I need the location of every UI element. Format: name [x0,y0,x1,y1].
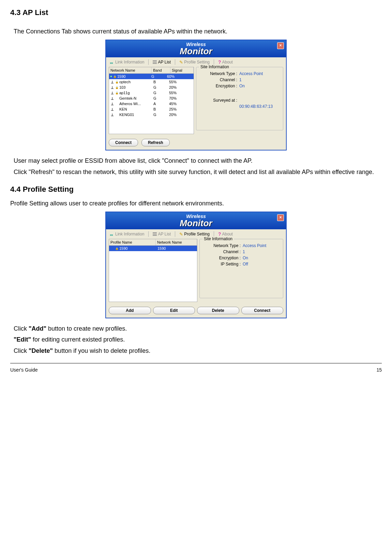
ap-row[interactable]: optechB55% [109,79,194,85]
antenna-icon [110,80,115,84]
delete-button[interactable]: Delete [197,307,239,314]
profile-list-body[interactable]: 15901590 [109,246,197,302]
question-icon [218,59,221,65]
ap-row[interactable]: KENB25% [109,106,194,112]
site-information: Site Information Network Type :Access Po… [199,239,283,298]
text-refresh: Click "Refresh" to rescan the network, t… [14,168,382,176]
wireless-monitor-profile-window: Wireless Monitor × Link Information AP L… [105,212,287,318]
footer: User's Guide 15 [10,366,382,373]
ap-row[interactable]: KENG01G20% [109,112,194,117]
profile-list-header: Profile Name Network Name [109,239,197,246]
signal-icon [110,232,114,236]
pencil-icon [179,232,183,237]
footer-rule [10,363,382,363]
antenna-icon [110,97,115,100]
antenna-icon [110,91,115,95]
lock-icon [115,247,119,250]
tab-link-information[interactable]: Link Information [108,231,146,237]
connect-button[interactable]: Connect [241,307,284,314]
intro-4-4: Profile Setting allows user to create pr… [10,199,382,207]
tab-ap-list[interactable]: AP List [151,59,173,65]
ap-row[interactable]: ap11gG55% [109,90,194,96]
lock-icon [115,91,119,95]
close-icon[interactable]: × [277,214,284,221]
heading-4-3: 4.3 AP List [10,8,382,17]
signal-icon [110,75,112,78]
lock-icon [115,81,119,84]
close-icon[interactable]: × [277,42,284,49]
text-delete: Click "Delete" button if you wish to del… [14,347,382,355]
question-icon [218,231,221,237]
site-information: Site Information Network Type :Access Po… [196,67,283,130]
tab-link-information[interactable]: Link Information [108,59,146,65]
antenna-icon [110,102,115,106]
titlebar: Wireless Monitor × [106,212,286,229]
ap-row[interactable]: Gemtek-NG70% [109,96,194,101]
app-logo: Wireless Monitor [180,42,212,56]
titlebar: Wireless Monitor × [106,40,286,57]
wireless-monitor-aplist-window: Wireless Monitor × Link Information AP L… [105,40,287,150]
ap-row[interactable]: 103G20% [109,85,194,90]
app-logo: Wireless Monitor [180,214,212,228]
lock-icon [112,75,117,78]
lock-icon [115,86,119,89]
add-button[interactable]: Add [109,307,151,314]
text-select-profile: User may select profile or ESSID from ab… [14,157,382,165]
page-number: 15 [376,367,382,373]
pencil-icon [179,60,183,65]
refresh-button[interactable]: Refresh [141,139,170,146]
antenna-icon [110,86,115,89]
tab-ap-list[interactable]: AP List [151,231,173,237]
ap-row[interactable]: 1590G60% [109,74,194,79]
tabs: Link Information AP List Profile Setting… [106,229,286,237]
antenna-icon [110,113,115,117]
profile-row[interactable]: 15901590 [109,246,197,251]
antenna-icon [110,107,115,111]
text-add: Click "Add" button to create new profile… [14,324,382,333]
heading-4-4: 4.4 Profile Setting [10,185,382,194]
tabs: Link Information AP List Profile Setting… [106,57,286,66]
ap-list-body[interactable]: 1590G60% optechB55% 103G20% ap11gG55% Ge… [109,74,194,134]
text-edit: "Edit" for editing current existed profi… [14,335,382,344]
ap-list-header: Network Name Band Signal [109,67,194,74]
footer-guide: User's Guide [10,367,37,373]
ap-row[interactable]: Atheros Wi...A45% [109,101,194,106]
list-icon [153,60,157,64]
connect-button[interactable]: Connect [109,139,138,146]
list-icon [153,232,157,236]
intro-4-3: The Connections Tab shows current status… [14,27,382,35]
signal-icon [110,60,114,64]
edit-button[interactable]: Edit [153,307,195,314]
